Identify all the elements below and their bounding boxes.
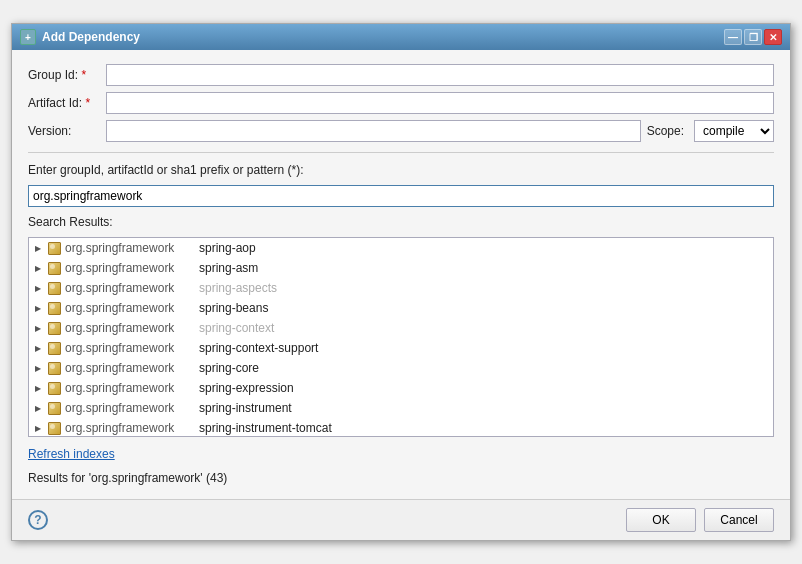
results-label: Search Results: (28, 215, 774, 229)
table-row[interactable]: ▶org.springframeworkspring-core (29, 358, 773, 378)
maximize-button[interactable]: ❐ (744, 29, 762, 45)
result-count: Results for 'org.springframework' (43) (28, 471, 774, 485)
footer-buttons: OK Cancel (626, 508, 774, 532)
item-group: org.springframework (65, 401, 195, 415)
jar-icon (47, 241, 61, 255)
version-row: Version: Scope: compile provided runtime… (28, 120, 774, 142)
expand-arrow-icon: ▶ (33, 283, 43, 293)
dialog-title: Add Dependency (42, 30, 140, 44)
item-group: org.springframework (65, 241, 195, 255)
ok-button[interactable]: OK (626, 508, 696, 532)
refresh-indexes-link[interactable]: Refresh indexes (28, 447, 774, 461)
search-input[interactable] (28, 185, 774, 207)
item-group: org.springframework (65, 261, 195, 275)
table-row[interactable]: ▶org.springframeworkspring-instrument-to… (29, 418, 773, 437)
item-group: org.springframework (65, 381, 195, 395)
group-id-input[interactable] (106, 64, 774, 86)
dialog-icon: + (20, 29, 36, 45)
item-artifact: spring-aop (199, 241, 256, 255)
item-group: org.springframework (65, 361, 195, 375)
item-group: org.springframework (65, 301, 195, 315)
dialog-content: Group Id: * Artifact Id: * Version: Scop… (12, 50, 790, 499)
jar-icon (47, 261, 61, 275)
artifact-id-input[interactable] (106, 92, 774, 114)
dialog-footer: ? OK Cancel (12, 499, 790, 540)
table-row[interactable]: ▶org.springframeworkspring-beans (29, 298, 773, 318)
item-group: org.springframework (65, 321, 195, 335)
item-artifact: spring-context (199, 321, 274, 335)
jar-icon (47, 321, 61, 335)
table-row[interactable]: ▶org.springframeworkspring-context-suppo… (29, 338, 773, 358)
separator (28, 152, 774, 153)
group-id-label: Group Id: * (28, 68, 100, 82)
search-label: Enter groupId, artifactId or sha1 prefix… (28, 163, 774, 177)
scope-select[interactable]: compile provided runtime test system imp… (694, 120, 774, 142)
item-artifact: spring-beans (199, 301, 268, 315)
table-row[interactable]: ▶org.springframeworkspring-context (29, 318, 773, 338)
expand-arrow-icon: ▶ (33, 323, 43, 333)
close-button[interactable]: ✕ (764, 29, 782, 45)
expand-arrow-icon: ▶ (33, 383, 43, 393)
group-id-row: Group Id: * (28, 64, 774, 86)
title-buttons: — ❐ ✕ (724, 29, 782, 45)
expand-arrow-icon: ▶ (33, 263, 43, 273)
artifact-id-label: Artifact Id: * (28, 96, 100, 110)
item-artifact: spring-aspects (199, 281, 277, 295)
item-artifact: spring-asm (199, 261, 258, 275)
version-label: Version: (28, 124, 100, 138)
minimize-button[interactable]: — (724, 29, 742, 45)
item-artifact: spring-expression (199, 381, 294, 395)
results-list-container[interactable]: ▶org.springframeworkspring-aop▶org.sprin… (28, 237, 774, 437)
expand-arrow-icon: ▶ (33, 343, 43, 353)
title-bar-left: + Add Dependency (20, 29, 140, 45)
artifact-id-row: Artifact Id: * (28, 92, 774, 114)
item-artifact: spring-core (199, 361, 259, 375)
expand-arrow-icon: ▶ (33, 243, 43, 253)
jar-icon (47, 361, 61, 375)
item-artifact: spring-context-support (199, 341, 318, 355)
item-artifact: spring-instrument (199, 401, 292, 415)
expand-arrow-icon: ▶ (33, 403, 43, 413)
title-bar: + Add Dependency — ❐ ✕ (12, 24, 790, 50)
table-row[interactable]: ▶org.springframeworkspring-aspects (29, 278, 773, 298)
table-row[interactable]: ▶org.springframeworkspring-aop (29, 238, 773, 258)
add-dependency-dialog: + Add Dependency — ❐ ✕ Group Id: * Artif… (11, 23, 791, 541)
artifact-id-required: * (85, 96, 90, 110)
jar-icon (47, 381, 61, 395)
help-button[interactable]: ? (28, 510, 48, 530)
table-row[interactable]: ▶org.springframeworkspring-instrument (29, 398, 773, 418)
table-row[interactable]: ▶org.springframeworkspring-asm (29, 258, 773, 278)
group-id-required: * (81, 68, 86, 82)
version-input[interactable] (106, 120, 641, 142)
expand-arrow-icon: ▶ (33, 423, 43, 433)
jar-icon (47, 301, 61, 315)
item-artifact: spring-instrument-tomcat (199, 421, 332, 435)
jar-icon (47, 281, 61, 295)
table-row[interactable]: ▶org.springframeworkspring-expression (29, 378, 773, 398)
item-group: org.springframework (65, 421, 195, 435)
scope-label: Scope: (647, 124, 684, 138)
jar-icon (47, 421, 61, 435)
results-list: ▶org.springframeworkspring-aop▶org.sprin… (29, 238, 773, 437)
cancel-button[interactable]: Cancel (704, 508, 774, 532)
item-group: org.springframework (65, 341, 195, 355)
expand-arrow-icon: ▶ (33, 303, 43, 313)
item-group: org.springframework (65, 281, 195, 295)
jar-icon (47, 341, 61, 355)
jar-icon (47, 401, 61, 415)
expand-arrow-icon: ▶ (33, 363, 43, 373)
